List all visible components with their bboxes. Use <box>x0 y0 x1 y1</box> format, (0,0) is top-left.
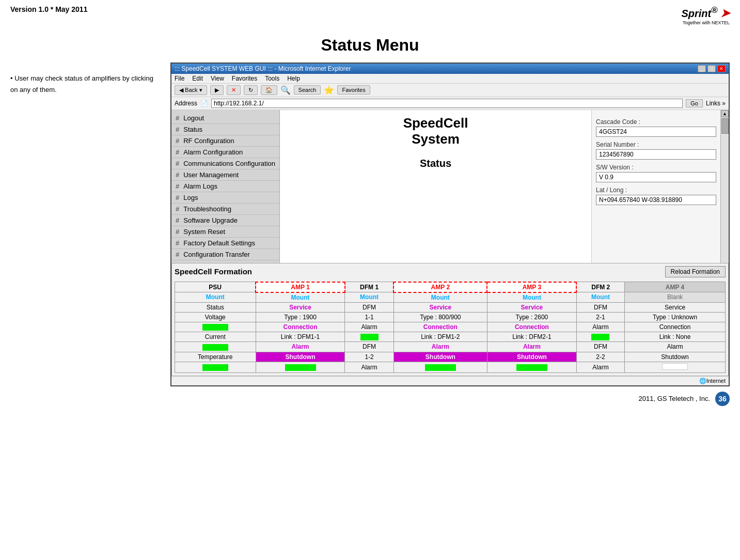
amp3-link: Link : DFM2-1 <box>487 332 576 341</box>
amp4-bottom-bar <box>625 362 726 372</box>
browser-title: ::: SpeedCell SYSTEM WEB GUI ::: - Micro… <box>175 65 351 72</box>
amp2-link: Link : DFM1-2 <box>393 332 487 341</box>
address-label: Address <box>175 100 197 107</box>
amp3-mount[interactable]: Mount <box>487 292 576 303</box>
psu-voltage: Voltage <box>175 312 256 322</box>
nav-comms-config[interactable]: # Communications Configuration <box>171 158 279 169</box>
amp4-alarm: Alarm <box>625 342 726 352</box>
amp2-mount[interactable]: Mount <box>393 292 487 303</box>
dfm1-green <box>345 332 393 341</box>
menu-tools[interactable]: Tools <box>265 75 279 82</box>
scroll-thumb[interactable] <box>721 118 729 134</box>
row-alarm: Alarm DFM Alarm Alarm DFM Alarm <box>175 342 726 352</box>
browser-window: ::: SpeedCell SYSTEM WEB GUI ::: - Micro… <box>170 63 730 386</box>
forward-btn[interactable]: ▶ <box>210 85 224 95</box>
stop-btn[interactable]: ✕ <box>227 85 241 95</box>
internet-zone-label: Internet <box>706 378 726 384</box>
psu-mount[interactable]: Mount <box>175 292 256 303</box>
favorites-icon: ⭐ <box>324 85 334 95</box>
nav-troubleshooting[interactable]: # Troubleshooting <box>171 204 279 215</box>
restore-btn[interactable]: □ <box>707 65 716 72</box>
scrollbar[interactable]: ▲ <box>720 110 729 263</box>
page-icon: 📄 <box>200 100 208 107</box>
nav-logout[interactable]: # Logout <box>171 113 279 124</box>
amp2-shutdown[interactable]: Shutdown <box>393 352 487 362</box>
home-btn[interactable]: 🏠 <box>261 85 277 95</box>
links-label: Links » <box>706 100 726 107</box>
main-layout: • User may check status of amplifiers by… <box>0 63 740 386</box>
favorites-btn[interactable]: Favorites <box>337 85 370 95</box>
row-mount[interactable]: Mount Mount Mount Mount Mount Mount Blan… <box>175 292 726 303</box>
col-header-psu: PSU <box>175 282 256 292</box>
amp1-mount[interactable]: Mount <box>256 292 345 303</box>
dfm2-green <box>576 332 624 341</box>
nav-logs[interactable]: # Logs <box>171 192 279 204</box>
dfm1-type: 1-1 <box>345 312 393 322</box>
amp1-connection: Connection <box>256 322 345 332</box>
nav-status[interactable]: # Status <box>171 124 279 135</box>
address-input[interactable]: http://192.168.2.1/ <box>211 99 683 108</box>
main-content: SpeedCell System Status <box>280 110 591 263</box>
amp4-connection: Connection <box>625 322 726 332</box>
dfm2-status: DFM <box>576 302 624 312</box>
minimize-btn[interactable]: _ <box>698 65 706 72</box>
go-button[interactable]: Go <box>686 99 703 107</box>
nav-alarm-config[interactable]: # Alarm Configuration <box>171 147 279 158</box>
amp2-bottom-bar <box>393 362 487 372</box>
grid-header-row: PSU AMP 1 DFM 1 AMP 2 AMP 3 DFM 2 AMP 4 <box>175 282 726 292</box>
menu-help[interactable]: Help <box>287 75 300 82</box>
amp4-type: Type : Unknown <box>625 312 726 322</box>
psu-green-bar <box>202 324 228 331</box>
nav-alarm-logs[interactable]: # Alarm Logs <box>171 181 279 192</box>
version-text: Version 1.0 * May 2011 <box>10 5 87 13</box>
formation-header: SpeedCell Formation Reload Formation <box>175 266 726 277</box>
psu-voltage-bar <box>175 322 256 332</box>
amp1-bottom-bar <box>256 362 345 372</box>
nav-user-mgmt[interactable]: # User Management <box>171 169 279 181</box>
back-btn[interactable]: ◀ Back ▾ <box>175 85 207 95</box>
col-header-amp3[interactable]: AMP 3 <box>487 282 576 292</box>
serial-number-value: 1234567890 <box>596 149 716 160</box>
search-btn[interactable]: Search <box>294 85 321 95</box>
nav-config-transfer[interactable]: # Configuration Transfer <box>171 249 279 260</box>
cascade-code-label: Cascade Code : <box>596 118 716 126</box>
copyright-text: 2011, GS Teletech , Inc. <box>638 395 710 402</box>
col-header-amp2[interactable]: AMP 2 <box>393 282 487 292</box>
close-btn[interactable]: ✕ <box>717 65 726 72</box>
amp1-shutdown[interactable]: Shutdown <box>256 352 345 362</box>
dfm1-alarm: Alarm <box>345 322 393 332</box>
sw-version-value: V 0.9 <box>596 172 716 182</box>
reload-formation-btn[interactable]: Reload Formation <box>665 266 726 277</box>
scroll-up-arrow[interactable]: ▲ <box>721 110 729 117</box>
amp3-type: Type : 2600 <box>487 312 576 322</box>
dfm1-dfm12: 1-2 <box>345 352 393 362</box>
browser-controls[interactable]: _ □ ✕ <box>698 65 726 72</box>
dfm1-mount[interactable]: Mount <box>345 292 393 303</box>
amp2-type: Type : 800/900 <box>393 312 487 322</box>
amp1-bottom-bar <box>285 364 316 371</box>
lat-long-value: N+094.657840 W-038.918890 <box>596 195 716 205</box>
dfm2-mount[interactable]: Mount <box>576 292 624 303</box>
menu-view[interactable]: View <box>211 75 224 82</box>
dfm1-status: DFM <box>345 302 393 312</box>
menu-favorites[interactable]: Favorites <box>232 75 257 82</box>
nav-software-upgrade[interactable]: # Software Upgrade <box>171 215 279 226</box>
menu-file[interactable]: File <box>175 75 184 82</box>
nav-factory-default[interactable]: # Factory Default Settings <box>171 238 279 249</box>
speedcell-title: SpeedCell System <box>285 115 586 147</box>
amp1-link: Link : DFM1-1 <box>256 332 345 341</box>
browser-menubar: File Edit View Favorites Tools Help <box>171 74 729 84</box>
cascade-code-value: 4GGST24 <box>596 127 716 137</box>
nav-rf-config[interactable]: # RF Configuration <box>171 135 279 147</box>
dfm2-alarm2: Alarm <box>576 362 624 372</box>
sw-version-label: S/W Version : <box>596 164 716 171</box>
amp4-mount: Blank <box>625 292 726 303</box>
col-header-amp1[interactable]: AMP 1 <box>256 282 345 292</box>
sidebar-nav: # Logout # Status # RF Configuration # A… <box>171 110 280 263</box>
status-center-label: Status <box>285 158 586 169</box>
menu-edit[interactable]: Edit <box>192 75 203 82</box>
amp3-shutdown[interactable]: Shutdown <box>487 352 576 362</box>
refresh-btn[interactable]: ↻ <box>244 85 258 95</box>
amp2-connection: Connection <box>393 322 487 332</box>
nav-system-reset[interactable]: # System Reset <box>171 226 279 238</box>
